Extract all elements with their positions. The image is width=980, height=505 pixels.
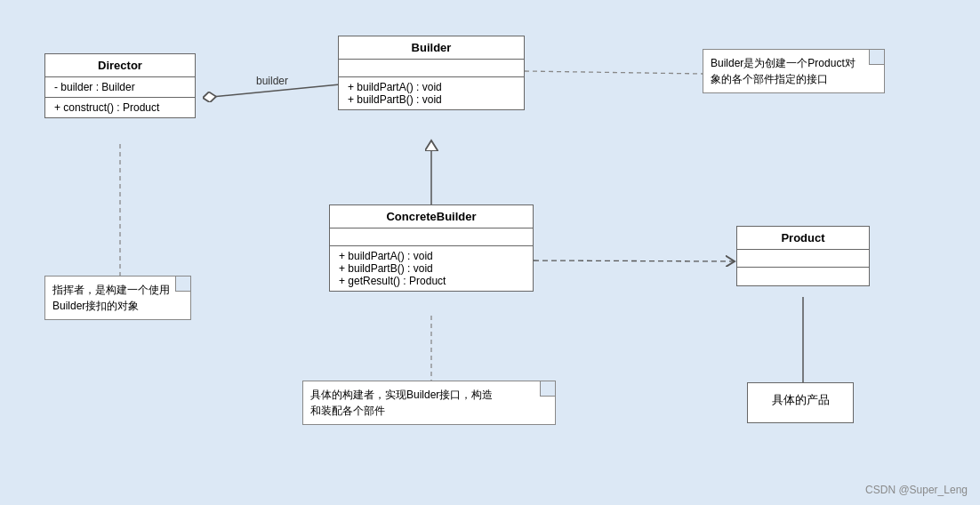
- builder-note-text: Builder是为创建一个Product对象的各个部件指定的接口: [711, 57, 855, 85]
- product-empty-2: [737, 268, 869, 285]
- concrete-builder-class: ConcreteBuilder + buildPartA() : void + …: [329, 204, 534, 292]
- svg-line-7: [534, 261, 735, 261]
- concrete-builder-note-text: 具体的构建者，实现Builder接口，构造和装配各个部件: [310, 389, 493, 417]
- director-note: 指挥者，是构建一个使用Builder接扣的对象: [44, 276, 191, 320]
- svg-line-2: [203, 84, 340, 98]
- builder-class-name: Builder: [339, 36, 524, 60]
- concrete-builder-method-1: + buildPartA() : void: [339, 250, 524, 262]
- builder-method-2: + buildPartB() : void: [348, 93, 515, 106]
- builder-class: Builder + buildPartA() : void + buildPar…: [338, 36, 525, 110]
- concrete-builder-note: 具体的构建者，实现Builder接口，构造和装配各个部件: [302, 381, 556, 425]
- builder-method-1: + buildPartA() : void: [348, 81, 515, 93]
- product-concrete-label: 具体的产品: [748, 383, 853, 417]
- diagram-container: builder Director - builder : Builder + c…: [0, 0, 980, 505]
- svg-line-4: [525, 71, 703, 74]
- director-note-text: 指挥者，是构建一个使用Builder接扣的对象: [52, 284, 170, 312]
- product-concrete-box: 具体的产品: [747, 382, 854, 423]
- svg-text:builder: builder: [256, 75, 288, 87]
- product-class: Product: [736, 226, 870, 286]
- watermark: CSDN @Super_Leng: [865, 484, 968, 496]
- director-class-name: Director: [45, 54, 195, 77]
- builder-methods: + buildPartA() : void + buildPartB() : v…: [339, 77, 524, 109]
- director-class: Director - builder : Builder + construct…: [44, 53, 196, 118]
- concrete-builder-empty: [330, 228, 533, 246]
- concrete-builder-method-3: + getResult() : Product: [339, 275, 524, 287]
- director-method: + construct() : Product: [45, 98, 195, 117]
- builder-empty-section: [339, 60, 524, 77]
- concrete-builder-method-2: + buildPartB() : void: [339, 262, 524, 275]
- product-empty-1: [737, 250, 869, 268]
- concrete-builder-methods: + buildPartA() : void + buildPartB() : v…: [330, 246, 533, 291]
- director-field: - builder : Builder: [45, 77, 195, 98]
- product-class-name: Product: [737, 227, 869, 250]
- builder-note: Builder是为创建一个Product对象的各个部件指定的接口: [703, 49, 885, 93]
- concrete-builder-class-name: ConcreteBuilder: [330, 205, 533, 228]
